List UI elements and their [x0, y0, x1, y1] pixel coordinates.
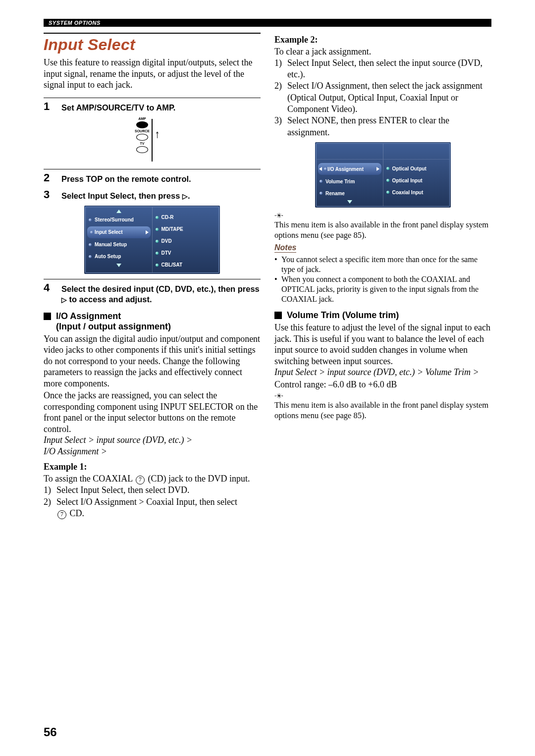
bullet-icon: •: [274, 274, 281, 304]
step-text-b: to access and adjust.: [67, 295, 152, 304]
list-num: 3): [274, 115, 287, 138]
bullet-icon: •: [274, 255, 281, 274]
switch-label-source: SOURCE: [135, 129, 150, 133]
bullet-icon: [89, 218, 92, 221]
triangle-up-icon: [116, 210, 121, 213]
list-item: •You cannot select a specific item more …: [274, 255, 491, 274]
heading-line1: I/O Assignment: [56, 311, 121, 321]
square-bullet-icon: [44, 313, 51, 320]
subsection-io: I/O Assignment (Input / output assignmen…: [44, 311, 261, 332]
step-text-a: Select Input Select, then press: [61, 191, 182, 200]
notes-list: •You cannot select a specific item more …: [274, 255, 491, 304]
list-item: 2)Select I/O Assignment > Coaxial Input,…: [44, 496, 261, 520]
osd-item-selected: Input Select: [87, 226, 151, 238]
triangle-left-icon: [319, 167, 322, 171]
osd-item: CD-R: [153, 212, 219, 223]
osd-label: Stereo/Surround: [95, 217, 134, 222]
bullet-icon: [156, 252, 159, 255]
switch-divider: [152, 119, 153, 162]
step-text: Select the desired input (CD, DVD, etc.)…: [61, 282, 261, 305]
page-number: 56: [44, 725, 57, 739]
list-text: Select Input Select, then select the inp…: [287, 57, 491, 81]
osd-item: DVD: [153, 235, 219, 247]
step-1: 1 Set AMP/SOURCE/TV to AMP. AMP SOURCE T…: [44, 98, 261, 164]
switch-pos-tv: [136, 146, 148, 153]
volume-trim-body: Use this feature to adjust the level of …: [274, 322, 491, 367]
bullet-icon: [90, 231, 93, 234]
bullet-icon: [156, 264, 159, 267]
osd-item: Auto Setup: [86, 251, 152, 263]
bullet-icon: [156, 216, 159, 219]
triangle-down-icon: [347, 200, 352, 204]
bullet-icon: [156, 228, 159, 231]
subsection-heading: Volume Trim (Volume trim): [287, 310, 399, 321]
bullet-icon: [156, 240, 159, 243]
osd-label: Volume Trim: [325, 179, 355, 184]
note-text: You cannot select a specific item more t…: [281, 255, 491, 274]
bullet-icon: [89, 255, 92, 258]
osd-label: DTV: [161, 250, 171, 256]
osd-item: DTV: [153, 247, 219, 259]
osd-label: I/O Assignment: [325, 166, 364, 172]
header-label: SYSTEM OPTIONS: [44, 20, 101, 26]
square-bullet-icon: [274, 312, 282, 319]
arrow-up-icon: ↑: [155, 128, 160, 141]
osd-label: DVD: [161, 238, 172, 244]
section-title: Input Select: [44, 33, 261, 54]
step-text: Press TOP on the remote control.: [61, 172, 191, 184]
list-item: 1)Select Input Select, then select DVD.: [44, 485, 261, 496]
switch-label-tv: TV: [140, 142, 145, 145]
bullet-icon: [89, 243, 92, 246]
osd-item: Coaxial Input: [383, 186, 450, 198]
osd-item: MD/TAPE: [153, 223, 219, 235]
nav-path-2: I/O Assignment >: [44, 446, 261, 457]
step-text-a: Select the desired input (CD, DVD, etc.)…: [61, 284, 260, 293]
bullet-icon: [324, 167, 327, 170]
osd-item: CBL/SAT: [153, 259, 219, 271]
triangle-down-icon: [116, 264, 121, 267]
step-4: 4 Select the desired input (CD, DVD, etc…: [44, 279, 261, 305]
example-2-intro: To clear a jack assignment.: [274, 46, 491, 57]
heading-line2: (Input / output assignment): [56, 322, 171, 331]
text: CD.: [67, 508, 84, 518]
notes-label: Notes: [274, 243, 296, 253]
osd-menu-2: I/O Assignment Volume Trim Rename Optica…: [315, 142, 451, 208]
triangle-right-icon: [146, 230, 149, 234]
tip-text-1: This menu item is also available in the …: [274, 220, 491, 240]
step-number: 2: [44, 172, 54, 183]
list-text: Select NONE, then press ENTER to clear t…: [287, 115, 491, 138]
volume-trim-path: Input Select > input source (DVD, etc.) …: [274, 367, 491, 378]
osd-item: Manual Setup: [86, 239, 152, 251]
triangle-right-icon: [182, 191, 188, 200]
osd-label: CD-R: [161, 215, 174, 220]
switch-label-amp: AMP: [138, 117, 146, 120]
text: To assign the COAXIAL: [44, 474, 135, 484]
left-column: Input Select Use this feature to reassig…: [44, 33, 261, 520]
volume-trim-range: Control range: –6.0 dB to +6.0 dB: [274, 379, 491, 390]
tip-icon: ·☀·: [274, 212, 283, 220]
intro-text: Use this feature to reassign digital inp…: [44, 57, 261, 91]
subsection-volume-trim: Volume Trim (Volume trim): [274, 310, 491, 321]
header-bar: SYSTEM OPTIONS: [44, 19, 491, 27]
step-number: 3: [44, 189, 54, 200]
osd-item: Stereo/Surround: [86, 214, 152, 226]
io-body-1: You can assign the digital audio input/o…: [44, 333, 261, 389]
bullet-icon: [386, 167, 389, 170]
osd-label: Input Select: [95, 229, 123, 235]
text: Select I/O Assignment > Coaxial Input, t…: [56, 497, 237, 507]
osd-item: Optical Input: [383, 174, 450, 186]
example-1-label: Example 1:: [44, 462, 261, 472]
list-num: 1): [274, 57, 287, 81]
osd-menu-1: Stereo/Surround Input Select Manual Setu…: [84, 206, 220, 274]
bullet-icon: [320, 192, 322, 195]
step-2: 2 Press TOP on the remote control.: [44, 169, 261, 184]
osd-label: Auto Setup: [95, 254, 121, 259]
list-text: Select I/O Assignment > Coaxial Input, t…: [56, 496, 237, 520]
osd-label: Rename: [325, 191, 345, 196]
bullet-icon: [386, 179, 389, 182]
step-text: Set AMP/SOURCE/TV to AMP.: [61, 101, 175, 113]
list-text: Select I/O Assignment, then select the j…: [287, 80, 491, 115]
example-1-intro: To assign the COAXIAL 7 (CD) jack to the…: [44, 473, 261, 485]
switch-diagram: AMP SOURCE TV ↑: [130, 117, 174, 164]
list-item: 3)Select NONE, then press ENTER to clear…: [274, 115, 491, 138]
